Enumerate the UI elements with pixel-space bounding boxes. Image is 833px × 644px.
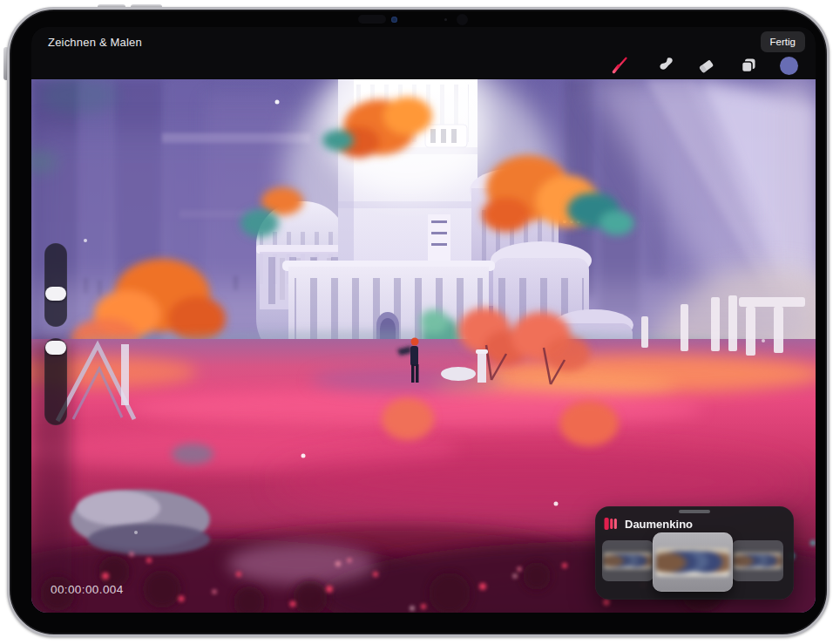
paint-brush-icon [610,55,631,76]
timecode: 00:00:00.004 [51,583,124,596]
opacity-handle[interactable] [45,341,66,355]
page: Zeichnen & Malen Fertig [0,0,833,644]
app-title: Zeichnen & Malen [48,36,142,49]
brush-size-handle[interactable] [45,287,66,301]
flipbook-panel: Daumenkino [595,506,794,600]
flipbook-title: Daumenkino [625,518,693,531]
flipbook-frame-2-selected[interactable] [653,532,733,592]
paint-tool-button[interactable] [605,50,636,81]
smudge-tool-button[interactable] [650,50,681,81]
layers-tool-button[interactable] [733,50,764,81]
color-swatch [780,57,798,75]
smudge-icon [655,55,676,76]
flipbook-header: Daumenkino [604,517,693,531]
ipad-frame: Zeichnen & Malen Fertig [7,7,830,637]
camera-pill [358,15,386,24]
camera-lens [391,17,397,23]
opacity-slider[interactable] [44,338,67,425]
eraser-icon [696,55,717,76]
drag-handle[interactable] [679,510,710,513]
frame-thumbnail [604,552,651,569]
flipbook-frame-1[interactable] [602,540,654,581]
brush-size-slider[interactable] [44,243,67,327]
flipbook-frame-3[interactable] [732,540,783,581]
screen: Zeichnen & Malen Fertig [31,27,816,613]
title-bar: Zeichnen & Malen Fertig [31,27,816,79]
color-tool-button[interactable] [774,50,805,81]
camera-ring [457,14,468,25]
frame-thumbnail [734,552,781,569]
sensor-dot [444,18,447,21]
eraser-tool-button[interactable] [691,50,722,81]
canvas-artwork[interactable]: 00:00:00.004 Daumenkino [31,79,816,613]
flipbook-icon [604,517,618,531]
frame-thumbnail [656,548,730,577]
layers-icon [738,55,759,76]
